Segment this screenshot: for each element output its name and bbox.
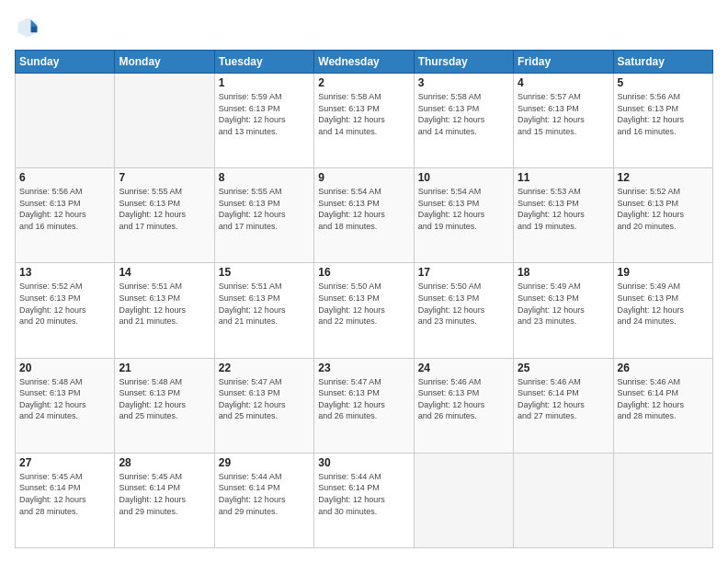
calendar-cell [16, 74, 115, 168]
day-number: 10 [418, 171, 509, 184]
calendar-cell: 17Sunrise: 5:50 AM Sunset: 6:13 PM Dayli… [414, 263, 513, 358]
calendar-cell: 26Sunrise: 5:46 AM Sunset: 6:14 PM Dayli… [613, 358, 712, 453]
day-number: 12 [618, 171, 709, 184]
day-info: Sunrise: 5:47 AM Sunset: 6:13 PM Dayligh… [318, 376, 409, 422]
day-header-sunday: Sunday [16, 51, 115, 74]
calendar-cell: 21Sunrise: 5:48 AM Sunset: 6:13 PM Dayli… [115, 358, 214, 453]
day-header-saturday: Saturday [613, 51, 712, 74]
day-info: Sunrise: 5:49 AM Sunset: 6:13 PM Dayligh… [618, 281, 709, 327]
calendar-cell: 10Sunrise: 5:54 AM Sunset: 6:13 PM Dayli… [414, 168, 513, 263]
calendar-cell: 8Sunrise: 5:55 AM Sunset: 6:13 PM Daylig… [214, 168, 313, 263]
day-number: 29 [219, 456, 310, 469]
calendar-cell [115, 74, 214, 168]
day-header-monday: Monday [115, 51, 214, 74]
day-info: Sunrise: 5:59 AM Sunset: 6:13 PM Dayligh… [219, 91, 310, 137]
calendar-cell: 9Sunrise: 5:54 AM Sunset: 6:13 PM Daylig… [314, 168, 414, 263]
day-info: Sunrise: 5:45 AM Sunset: 6:14 PM Dayligh… [19, 471, 110, 517]
calendar-cell: 13Sunrise: 5:52 AM Sunset: 6:13 PM Dayli… [16, 263, 115, 358]
day-info: Sunrise: 5:58 AM Sunset: 6:13 PM Dayligh… [418, 91, 509, 137]
day-number: 2 [318, 76, 409, 89]
day-info: Sunrise: 5:51 AM Sunset: 6:13 PM Dayligh… [219, 281, 310, 327]
calendar-body: 1Sunrise: 5:59 AM Sunset: 6:13 PM Daylig… [16, 74, 713, 548]
day-info: Sunrise: 5:52 AM Sunset: 6:13 PM Dayligh… [618, 186, 709, 232]
logo-icon [15, 15, 40, 40]
calendar-cell: 6Sunrise: 5:56 AM Sunset: 6:13 PM Daylig… [16, 168, 115, 263]
header [15, 15, 713, 40]
calendar-cell: 1Sunrise: 5:59 AM Sunset: 6:13 PM Daylig… [214, 74, 313, 168]
calendar-cell: 15Sunrise: 5:51 AM Sunset: 6:13 PM Dayli… [214, 263, 313, 358]
calendar-cell: 23Sunrise: 5:47 AM Sunset: 6:13 PM Dayli… [314, 358, 414, 453]
day-number: 7 [119, 171, 210, 184]
calendar-cell: 4Sunrise: 5:57 AM Sunset: 6:13 PM Daylig… [514, 74, 613, 168]
day-header-wednesday: Wednesday [314, 51, 414, 74]
week-row-2: 6Sunrise: 5:56 AM Sunset: 6:13 PM Daylig… [16, 168, 713, 263]
day-number: 15 [219, 266, 310, 279]
day-info: Sunrise: 5:54 AM Sunset: 6:13 PM Dayligh… [418, 186, 509, 232]
day-info: Sunrise: 5:51 AM Sunset: 6:13 PM Dayligh… [119, 281, 210, 327]
day-number: 27 [19, 456, 110, 469]
day-number: 14 [119, 266, 210, 279]
day-info: Sunrise: 5:46 AM Sunset: 6:14 PM Dayligh… [618, 376, 709, 422]
day-number: 1 [219, 76, 310, 89]
svg-marker-2 [31, 26, 38, 32]
day-number: 28 [119, 456, 210, 469]
calendar-table: SundayMondayTuesdayWednesdayThursdayFrid… [15, 50, 713, 548]
calendar-cell: 27Sunrise: 5:45 AM Sunset: 6:14 PM Dayli… [16, 453, 115, 547]
day-info: Sunrise: 5:47 AM Sunset: 6:13 PM Dayligh… [219, 376, 310, 422]
calendar-cell: 25Sunrise: 5:46 AM Sunset: 6:14 PM Dayli… [514, 358, 613, 453]
calendar-header: SundayMondayTuesdayWednesdayThursdayFrid… [16, 51, 713, 74]
day-info: Sunrise: 5:55 AM Sunset: 6:13 PM Dayligh… [219, 186, 310, 232]
calendar-cell: 20Sunrise: 5:48 AM Sunset: 6:13 PM Dayli… [16, 358, 115, 453]
calendar-cell: 2Sunrise: 5:58 AM Sunset: 6:13 PM Daylig… [314, 74, 414, 168]
calendar-cell [514, 453, 613, 547]
calendar-cell: 19Sunrise: 5:49 AM Sunset: 6:13 PM Dayli… [613, 263, 712, 358]
day-info: Sunrise: 5:50 AM Sunset: 6:13 PM Dayligh… [418, 281, 509, 327]
day-number: 16 [318, 266, 409, 279]
day-number: 24 [418, 362, 509, 374]
week-row-5: 27Sunrise: 5:45 AM Sunset: 6:14 PM Dayli… [16, 453, 713, 547]
calendar-cell: 14Sunrise: 5:51 AM Sunset: 6:13 PM Dayli… [115, 263, 214, 358]
calendar-cell: 3Sunrise: 5:58 AM Sunset: 6:13 PM Daylig… [414, 74, 513, 168]
day-number: 23 [318, 362, 409, 374]
day-header-tuesday: Tuesday [214, 51, 313, 74]
calendar-cell: 29Sunrise: 5:44 AM Sunset: 6:14 PM Dayli… [214, 453, 313, 547]
week-row-1: 1Sunrise: 5:59 AM Sunset: 6:13 PM Daylig… [16, 74, 713, 168]
calendar-cell: 22Sunrise: 5:47 AM Sunset: 6:13 PM Dayli… [214, 358, 313, 453]
day-info: Sunrise: 5:57 AM Sunset: 6:13 PM Dayligh… [518, 91, 609, 137]
calendar-cell: 18Sunrise: 5:49 AM Sunset: 6:13 PM Dayli… [514, 263, 613, 358]
calendar-cell: 5Sunrise: 5:56 AM Sunset: 6:13 PM Daylig… [613, 74, 712, 168]
day-number: 26 [618, 362, 709, 374]
day-info: Sunrise: 5:52 AM Sunset: 6:13 PM Dayligh… [19, 281, 110, 327]
day-info: Sunrise: 5:45 AM Sunset: 6:14 PM Dayligh… [119, 471, 210, 517]
calendar-cell: 28Sunrise: 5:45 AM Sunset: 6:14 PM Dayli… [115, 453, 214, 547]
calendar-cell [613, 453, 712, 547]
day-number: 18 [518, 266, 609, 279]
day-info: Sunrise: 5:49 AM Sunset: 6:13 PM Dayligh… [518, 281, 609, 327]
day-number: 3 [418, 76, 509, 89]
day-number: 13 [19, 266, 110, 279]
day-number: 22 [219, 362, 310, 374]
page: SundayMondayTuesdayWednesdayThursdayFrid… [0, 0, 728, 563]
calendar-cell [414, 453, 513, 547]
logo [15, 15, 44, 40]
calendar-cell: 7Sunrise: 5:55 AM Sunset: 6:13 PM Daylig… [115, 168, 214, 263]
day-info: Sunrise: 5:44 AM Sunset: 6:14 PM Dayligh… [318, 471, 409, 517]
day-info: Sunrise: 5:46 AM Sunset: 6:13 PM Dayligh… [418, 376, 509, 422]
calendar-cell: 11Sunrise: 5:53 AM Sunset: 6:13 PM Dayli… [514, 168, 613, 263]
calendar-cell: 24Sunrise: 5:46 AM Sunset: 6:13 PM Dayli… [414, 358, 513, 453]
day-number: 9 [318, 171, 409, 184]
day-header-thursday: Thursday [414, 51, 513, 74]
day-info: Sunrise: 5:44 AM Sunset: 6:14 PM Dayligh… [219, 471, 310, 517]
header-row: SundayMondayTuesdayWednesdayThursdayFrid… [16, 51, 713, 74]
day-info: Sunrise: 5:50 AM Sunset: 6:13 PM Dayligh… [318, 281, 409, 327]
day-info: Sunrise: 5:56 AM Sunset: 6:13 PM Dayligh… [618, 91, 709, 137]
day-number: 6 [19, 171, 110, 184]
day-number: 21 [119, 362, 210, 374]
day-number: 5 [618, 76, 709, 89]
day-info: Sunrise: 5:55 AM Sunset: 6:13 PM Dayligh… [119, 186, 210, 232]
week-row-4: 20Sunrise: 5:48 AM Sunset: 6:13 PM Dayli… [16, 358, 713, 453]
day-info: Sunrise: 5:46 AM Sunset: 6:14 PM Dayligh… [518, 376, 609, 422]
calendar-cell: 16Sunrise: 5:50 AM Sunset: 6:13 PM Dayli… [314, 263, 414, 358]
calendar-cell: 30Sunrise: 5:44 AM Sunset: 6:14 PM Dayli… [314, 453, 414, 547]
day-info: Sunrise: 5:56 AM Sunset: 6:13 PM Dayligh… [19, 186, 110, 232]
